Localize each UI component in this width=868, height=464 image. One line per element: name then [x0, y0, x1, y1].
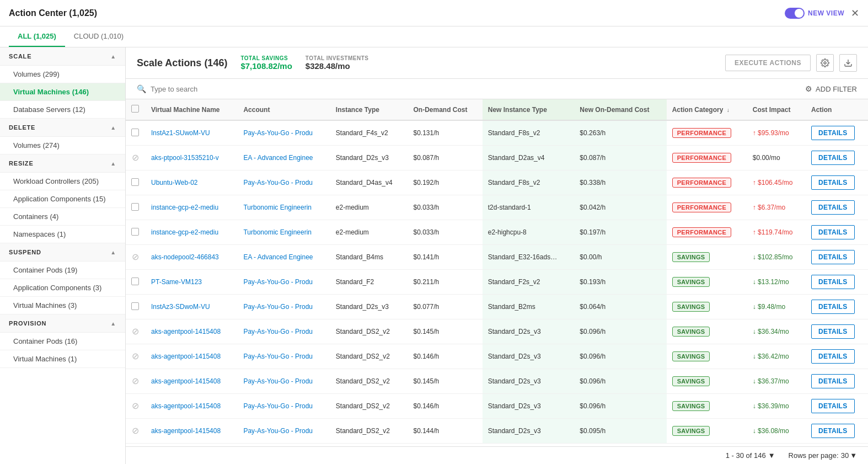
rows-per-page-dropdown[interactable]: 30 ▼: [841, 451, 857, 460]
cell-action-category: SAVINGS: [667, 344, 747, 369]
account-link[interactable]: Pay-As-You-Go - Produ: [243, 328, 313, 335]
sidebar-item-container-pods-suspend[interactable]: Container Pods (19): [0, 262, 125, 279]
details-button[interactable]: DETAILS: [811, 151, 855, 165]
tab-cloud[interactable]: CLOUD (1,010): [65, 26, 132, 47]
account-link[interactable]: Turbonomic Engineerin: [243, 204, 312, 211]
details-button[interactable]: DETAILS: [811, 175, 855, 190]
cell-new-instance-type: e2-highcpu-8: [483, 220, 575, 245]
sidebar-item-volumes-scale[interactable]: Volumes (299): [0, 66, 125, 83]
details-button[interactable]: DETAILS: [811, 300, 855, 314]
sidebar-item-app-components-suspend[interactable]: Application Components (3): [0, 279, 125, 297]
sidebar-item-containers[interactable]: Containers (4): [0, 208, 125, 226]
cell-action: DETAILS: [806, 146, 868, 170]
cell-action: DETAILS: [806, 245, 868, 270]
account-link[interactable]: Pay-As-You-Go - Produ: [243, 377, 313, 385]
vm-name-link[interactable]: instance-gcp-e2-mediu: [151, 204, 218, 211]
vm-name-link[interactable]: PT-Same-VM123: [151, 278, 202, 286]
row-checkbox[interactable]: ⊘: [131, 153, 139, 161]
row-checkbox[interactable]: ⊘: [131, 327, 139, 335]
details-button[interactable]: DETAILS: [811, 349, 855, 364]
sidebar-section-header-resize[interactable]: RESIZE ▲: [0, 154, 125, 173]
cell-account: Pay-As-You-Go - Produ: [238, 270, 330, 295]
account-link[interactable]: Pay-As-You-Go - Produ: [243, 353, 313, 360]
cell-instance-type: Standard_D2s_v3: [330, 295, 408, 319]
vm-name-link[interactable]: aks-agentpool-1415408: [151, 328, 221, 335]
sidebar-section-header-suspend[interactable]: SUSPEND ▲: [0, 243, 125, 262]
row-checkbox[interactable]: [131, 178, 139, 186]
account-link[interactable]: Pay-As-You-Go - Produ: [243, 129, 313, 137]
row-checkbox[interactable]: [131, 278, 139, 285]
sidebar-section-header-delete[interactable]: DELETE ▲: [0, 119, 125, 137]
vm-name-link[interactable]: Ubuntu-Web-02: [151, 179, 198, 186]
execute-actions-button[interactable]: EXECUTE ACTIONS: [725, 55, 811, 71]
account-link[interactable]: Pay-As-You-Go - Produ: [243, 303, 313, 311]
new-view-toggle[interactable]: [785, 8, 805, 19]
cell-action-category: SAVINGS: [667, 270, 747, 295]
search-input[interactable]: [151, 85, 801, 93]
row-checkbox[interactable]: [131, 302, 139, 310]
row-checkbox[interactable]: [131, 228, 139, 236]
account-link[interactable]: Pay-As-You-Go - Produ: [243, 179, 313, 186]
sidebar-item-app-components-resize[interactable]: Application Components (15): [0, 190, 125, 208]
account-link[interactable]: Turbonomic Engineerin: [243, 228, 312, 236]
vm-name-link[interactable]: aks-agentpool-1415408: [151, 402, 221, 410]
sidebar-item-vm-suspend[interactable]: Virtual Machines (3): [0, 297, 125, 314]
vm-name-link[interactable]: InstAz1-SUwoM-VU: [151, 129, 210, 137]
details-button[interactable]: DETAILS: [811, 250, 855, 264]
row-checkbox[interactable]: [131, 203, 139, 211]
cell-cost-impact: ↑ $6.37/mo: [747, 195, 806, 220]
account-link[interactable]: Pay-As-You-Go - Produ: [243, 402, 313, 410]
vm-name-link[interactable]: instance-gcp-e2-mediu: [151, 228, 218, 236]
details-button[interactable]: DETAILS: [811, 424, 855, 438]
sidebar-item-namespaces[interactable]: Namespaces (1): [0, 226, 125, 243]
row-checkbox[interactable]: ⊘: [131, 377, 139, 385]
row-checkbox[interactable]: ⊘: [131, 253, 139, 260]
sidebar-section-header-provision[interactable]: PROVISION ▲: [0, 314, 125, 333]
details-button[interactable]: DETAILS: [811, 225, 855, 239]
table-header-row: Virtual Machine Name Account Instance Ty…: [126, 99, 868, 120]
row-checkbox[interactable]: ⊘: [131, 402, 139, 409]
add-filter-button[interactable]: ⚙ ADD FILTER: [805, 84, 857, 93]
vm-name-link[interactable]: aks-agentpool-1415408: [151, 353, 221, 360]
cell-on-demand-cost: $0.192/h: [408, 170, 482, 195]
cell-cost-impact: ↑ $106.45/mo: [747, 170, 806, 195]
cell-action-category: PERFORMANCE: [667, 195, 747, 220]
tab-all[interactable]: ALL (1,025): [9, 26, 65, 47]
vm-name-link[interactable]: aks-agentpool-1415408: [151, 427, 221, 435]
action-category-badge: PERFORMANCE: [672, 202, 731, 212]
vm-name-link[interactable]: aks-ptpool-31535210-v: [151, 154, 219, 162]
account-link[interactable]: EA - Advanced Enginee: [243, 253, 313, 261]
vm-name-link[interactable]: aks-nodepool2-466843: [151, 253, 219, 261]
details-button[interactable]: DETAILS: [811, 399, 855, 413]
sidebar-item-volumes-delete[interactable]: Volumes (274): [0, 137, 125, 154]
details-button[interactable]: DETAILS: [811, 374, 855, 388]
th-action-category[interactable]: Action Category ↓: [667, 99, 747, 120]
account-link[interactable]: Pay-As-You-Go - Produ: [243, 427, 313, 435]
row-checkbox[interactable]: ⊘: [131, 352, 139, 360]
row-checkbox[interactable]: [131, 129, 139, 136]
settings-icon-button[interactable]: [816, 54, 834, 72]
sidebar-section-provision: PROVISION ▲ Container Pods (16) Virtual …: [0, 314, 125, 368]
sidebar-item-db-scale[interactable]: Database Servers (12): [0, 101, 125, 119]
cell-on-demand-cost: $0.211/h: [408, 270, 482, 295]
sidebar-section-header-scale[interactable]: SCALE ▲: [0, 47, 125, 66]
close-icon[interactable]: ✕: [851, 7, 859, 19]
details-button[interactable]: DETAILS: [811, 200, 855, 215]
details-button[interactable]: DETAILS: [811, 126, 855, 140]
details-button[interactable]: DETAILS: [811, 324, 855, 339]
sidebar-item-vm-scale[interactable]: Virtual Machines (146): [0, 83, 125, 101]
account-link[interactable]: Pay-As-You-Go - Produ: [243, 278, 313, 286]
sidebar-item-workload[interactable]: Workload Controllers (205): [0, 173, 125, 190]
account-link[interactable]: EA - Advanced Enginee: [243, 154, 313, 162]
download-icon-button[interactable]: [839, 54, 857, 72]
sidebar-item-vm-provision[interactable]: Virtual Machines (1): [0, 350, 125, 368]
sidebar-item-container-pods-provision[interactable]: Container Pods (16): [0, 333, 125, 350]
pagination-dropdown-icon[interactable]: ▼: [768, 451, 775, 460]
cell-new-on-demand-cost: $0.095/h: [574, 419, 666, 444]
row-checkbox[interactable]: ⊘: [131, 426, 139, 434]
details-button[interactable]: DETAILS: [811, 275, 855, 289]
vm-name-link[interactable]: aks-agentpool-1415408: [151, 377, 221, 385]
select-all-checkbox[interactable]: [131, 105, 139, 113]
sidebar-section-resize: RESIZE ▲ Workload Controllers (205) Appl…: [0, 154, 125, 243]
vm-name-link[interactable]: InstAz3-SDwoM-VU: [151, 303, 210, 311]
